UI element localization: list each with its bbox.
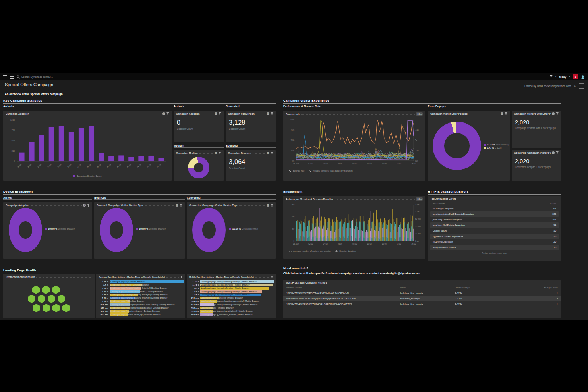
- bar-legend-icon: [335, 250, 338, 252]
- synthetic-monitor-hexagon[interactable]: [28, 295, 35, 303]
- filter-icon[interactable]: [556, 112, 559, 115]
- engagement-bar-chart[interactable]: 1501005001.4 h1.1 h50 min33 min17 min0 µ…: [286, 201, 423, 249]
- action-label: Loading of page /orange-booking-finish.j…: [201, 280, 256, 283]
- synthetic-monitor-hexagon[interactable]: [58, 295, 65, 303]
- frustrated-visitor-row[interactable]: 1585947729602567SPBZ5MAdPXDNHfhtA2JNYOPG…: [283, 290, 561, 296]
- key-user-action-row[interactable]: 1.79 sLoading of page /orange-booking-fi…: [188, 280, 274, 283]
- key-user-action-row[interactable]: 1.6 sLoading of page /blog/ | Desktop Br…: [98, 283, 184, 286]
- key-user-action-row[interactable]: 962 msLoading of page /easytravel/home |…: [98, 310, 184, 313]
- collapse-button[interactable]: [579, 83, 584, 89]
- frustrated-visitor-row[interactable]: 1585947724662R9DF07ZU9HORLOFF7MI02SYHOBA…: [283, 301, 561, 307]
- filter-icon[interactable]: [180, 276, 183, 278]
- divider: [253, 153, 265, 154]
- bounce-rate-line-chart[interactable]: 100%75%50%25%0%7.5s5s2.5s0µs16. Jun02:00…: [286, 116, 423, 169]
- filter-icon[interactable]: [180, 204, 182, 207]
- error-table-row[interactable]: NSDemoException20: [430, 239, 559, 245]
- error-table-row[interactable]: EasyTravelGPSStatus18: [430, 245, 559, 250]
- error-table-row[interactable]: TypeError: invalid arguments26: [430, 234, 559, 239]
- filter-icon[interactable]: [271, 204, 273, 207]
- device-type-donut[interactable]: [192, 208, 226, 252]
- info-icon[interactable]: [267, 112, 269, 115]
- device-type-donut[interactable]: [100, 208, 133, 252]
- filter-icon[interactable]: [556, 151, 559, 154]
- campaign-adoption-bar-chart[interactable]: 0250500750100016-0615-0614-0613-0612-061…: [6, 116, 169, 174]
- column-intent[interactable]: Intent: [400, 286, 455, 289]
- resolution-badge[interactable]: 10m: [416, 112, 423, 116]
- synthetic-monitor-hexagon[interactable]: [43, 304, 50, 312]
- campaign-adoption-value-tile: Campaign Adoption 0 Session Count: [174, 111, 224, 142]
- synthetic-monitor-hexagon[interactable]: [48, 295, 55, 303]
- error-table-row[interactable]: Engine failure30: [430, 228, 559, 234]
- key-user-action-row[interactable]: 304 msLoading of page /j_invalidate_sess…: [188, 313, 274, 316]
- svg-text:1.1 h: 1.1 h: [415, 211, 420, 213]
- timeframe-back-icon[interactable]: ‹: [555, 75, 557, 79]
- resolution-badge[interactable]: 10m: [416, 197, 423, 201]
- info-icon[interactable]: [552, 112, 555, 115]
- error-table-row[interactable]: java.lang.NullPointerException94: [430, 222, 559, 228]
- column-rage-clicks[interactable]: # Rage Clicks: [520, 286, 558, 289]
- error-table-row[interactable]: NSRangeException201: [430, 206, 559, 211]
- filter-icon[interactable]: [271, 276, 273, 278]
- info-icon[interactable]: [501, 112, 503, 115]
- key-user-action-row[interactable]: 1.39 sLoading of page /orange-booking-fi…: [98, 293, 184, 296]
- timeframe-label[interactable]: today: [559, 75, 566, 78]
- synthetic-monitor-hexagon[interactable]: [52, 286, 60, 294]
- info-icon[interactable]: [215, 112, 217, 115]
- filter-icon[interactable]: [87, 204, 90, 207]
- column-count[interactable]: Count: [550, 202, 556, 205]
- filter-icon[interactable]: [271, 152, 273, 154]
- synthetic-monitor-hexagon[interactable]: [52, 304, 60, 312]
- error-popups-donut[interactable]: [433, 122, 481, 170]
- synthetic-monitor-hexagon[interactable]: [33, 304, 40, 312]
- campaign-medium-donut[interactable]: [188, 157, 209, 178]
- user-icon[interactable]: [581, 75, 585, 79]
- key-user-action-row[interactable]: 323 msLoading of page /orange-trip-detai…: [188, 310, 274, 313]
- filter-icon[interactable]: [505, 112, 507, 115]
- synthetic-monitor-hexagon[interactable]: [38, 295, 45, 303]
- info-icon[interactable]: [83, 204, 86, 207]
- column-error-message[interactable]: Error Message: [455, 286, 520, 289]
- info-icon[interactable]: [552, 151, 555, 154]
- filter-icon[interactable]: [219, 112, 221, 115]
- filter-icon[interactable]: [166, 112, 169, 115]
- key-user-action-row[interactable]: 1.04 sLoading of page / | Desktop Browse…: [98, 300, 184, 303]
- filter-icon[interactable]: [219, 152, 221, 154]
- key-user-action-row[interactable]: 3.65 sLoading of page / | Desktop Browse…: [98, 280, 184, 283]
- synthetic-monitor-hexagon[interactable]: [42, 286, 50, 294]
- info-icon[interactable]: [267, 204, 269, 207]
- key-user-action-row[interactable]: 976 msLoading of page /index.php/product…: [98, 306, 184, 309]
- column-error-name[interactable]: Error Name: [433, 202, 445, 205]
- key-user-action-row[interactable]: 1.66 sLoading of page /special-offers.js…: [188, 287, 274, 290]
- key-user-action-row[interactable]: 326 msLoading of page / | Mobile Browser: [188, 306, 274, 309]
- key-user-action-row[interactable]: 1.51 sLoading of page /orange-booking-fi…: [188, 290, 274, 293]
- problems-badge[interactable]: 1: [573, 74, 578, 79]
- key-user-action-row[interactable]: 902 msLoading of page /special-offers.js…: [98, 313, 184, 316]
- key-user-action-row[interactable]: 1.48 sLoading of page /special-offers.js…: [188, 293, 274, 296]
- info-icon[interactable]: [162, 112, 165, 115]
- key-user-action-row[interactable]: 341 msLoading of page /orange-booking-re…: [188, 303, 274, 306]
- key-user-action-row[interactable]: 1.28 sLoading of page /orange-booking-fi…: [98, 296, 184, 299]
- menu-icon[interactable]: [3, 75, 7, 78]
- key-user-action-row[interactable]: 1.54 sLoading of page /orange-booking-fi…: [98, 287, 184, 290]
- info-icon[interactable]: [215, 152, 217, 154]
- info-icon[interactable]: [267, 152, 269, 154]
- favorite-star-icon[interactable]: ★: [573, 84, 576, 88]
- device-type-donut[interactable]: [9, 208, 42, 252]
- key-user-action-row[interactable]: 399 msLoading of page /orange-booking-pa…: [188, 300, 274, 303]
- dashboards-grid-icon[interactable]: [10, 76, 12, 77]
- synthetic-monitor-hexagon[interactable]: [32, 286, 40, 294]
- error-table-row[interactable]: java.lang.RuntimeException104: [430, 217, 559, 222]
- key-user-action-row[interactable]: 995 msLoading of page /index.php/product…: [98, 303, 184, 306]
- info-icon[interactable]: [176, 204, 178, 207]
- timeframe-forward-icon[interactable]: ›: [569, 75, 570, 79]
- key-user-action-row[interactable]: 1.78 sLoading of page /special-offers.js…: [188, 283, 274, 286]
- frustrated-visitor-row[interactable]: 9564766292600P0P6PRTQQOG9BAQQ6AB0OP8T1TF…: [283, 296, 561, 301]
- filter-icon[interactable]: [550, 75, 553, 78]
- key-user-action-row[interactable]: 1.48 sLoading of page /Citrix/netscalerw…: [98, 290, 184, 293]
- global-search[interactable]: Search Dynatrace demo2...: [17, 75, 53, 79]
- synthetic-monitor-hexagon[interactable]: [62, 304, 70, 312]
- column-internal-user-id[interactable]: Internal User Id: [286, 286, 400, 289]
- filter-icon[interactable]: [271, 112, 273, 115]
- error-table-row[interactable]: java.lang.IndexOutOfBoundsException186: [430, 211, 559, 217]
- key-user-action-row[interactable]: 451 msLoading of page /orange.jsf | Mobi…: [188, 296, 274, 299]
